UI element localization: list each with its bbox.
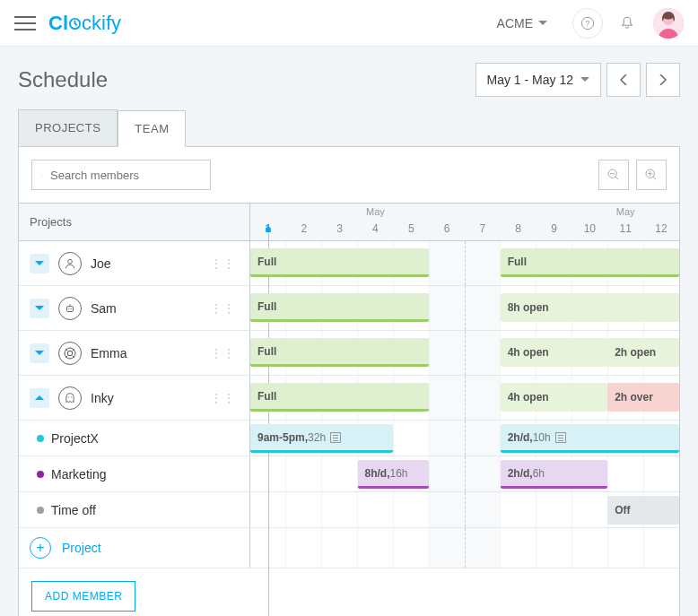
zoom-out-button[interactable] (598, 160, 629, 190)
robot-icon (58, 297, 82, 320)
schedule-block[interactable]: 8h open (501, 293, 679, 322)
schedule-block[interactable]: 4h open (501, 338, 608, 367)
logo: Clckify (48, 12, 121, 35)
workspace-selector[interactable]: ACME (497, 16, 547, 30)
page-title: Schedule (18, 67, 108, 92)
zoom-out-icon (606, 168, 621, 182)
help-button[interactable]: ? (572, 8, 603, 39)
schedule-block[interactable]: 4h open (501, 383, 608, 412)
svg-rect-9 (67, 306, 74, 311)
assignment-block[interactable]: 8h/d, 16h (358, 460, 429, 489)
workspace-name: ACME (497, 16, 533, 30)
day-3: 3 (322, 204, 358, 240)
avatar-icon (653, 8, 684, 39)
search-icon (41, 169, 43, 182)
add-project-link[interactable]: Project (62, 541, 101, 555)
schedule-block[interactable]: 2h open (607, 338, 678, 367)
svg-point-11 (71, 308, 72, 309)
chevron-down-icon (35, 351, 44, 356)
chevron-up-icon (35, 395, 44, 401)
day-11: May11 (607, 204, 643, 240)
expand-button[interactable] (30, 254, 49, 273)
logo-text-1: Cl (48, 12, 68, 34)
day-10: 10 (571, 204, 607, 240)
timeoff-block[interactable]: Off (607, 496, 678, 525)
day-12: 12 (643, 204, 679, 240)
svg-point-10 (68, 308, 69, 309)
prev-button[interactable] (606, 63, 641, 97)
tab-team[interactable]: TEAM (118, 110, 186, 147)
projects-column-header: Projects (19, 204, 250, 240)
next-button[interactable] (646, 63, 680, 97)
zoom-in-button[interactable] (636, 160, 667, 190)
expand-button[interactable] (30, 343, 49, 363)
member-row-emma: Emma ⋮⋮ Full 4h open 2h open (19, 331, 679, 376)
assignment-block[interactable]: 9am-5pm, 32h (250, 424, 393, 453)
add-project-row: + Project (19, 528, 679, 568)
collapse-button[interactable] (30, 388, 49, 408)
day-6: 6 (429, 204, 465, 240)
tab-projects[interactable]: PROJECTS (18, 109, 118, 146)
member-name: Joe (91, 256, 111, 271)
add-project-button[interactable]: + (30, 537, 51, 559)
search-input[interactable] (50, 169, 201, 182)
svg-point-15 (71, 396, 72, 397)
day-2: 2 (286, 204, 322, 240)
assignment-block[interactable]: 2h/d, 6h (501, 460, 608, 489)
schedule-block[interactable]: Full (250, 293, 429, 322)
note-icon (330, 432, 341, 443)
schedule-block[interactable]: 2h over (607, 383, 678, 412)
bell-icon (619, 15, 635, 31)
project-dot (37, 471, 44, 478)
project-dot (37, 507, 44, 514)
day-5: 5 (393, 204, 429, 240)
svg-point-5 (41, 174, 42, 175)
user-avatar[interactable] (653, 8, 684, 39)
svg-point-14 (68, 396, 69, 397)
schedule-block[interactable]: Full (501, 248, 679, 277)
ghost-icon (58, 386, 82, 410)
project-row-projectx: ProjectX 9am-5pm, 32h 2h/d, 10h (19, 421, 679, 456)
project-name: Time off (51, 503, 96, 517)
chevron-left-icon (620, 74, 627, 85)
schedule-block[interactable]: Full (250, 248, 429, 277)
project-name: Marketing (51, 467, 106, 482)
member-row-joe: Joe ⋮⋮ Full Full (19, 241, 679, 286)
schedule-block[interactable]: Full (250, 338, 429, 367)
chevron-down-icon (35, 261, 44, 266)
menu-icon[interactable] (14, 13, 36, 34)
project-name: ProjectX (51, 431, 99, 446)
search-box[interactable] (31, 160, 211, 190)
drag-handle[interactable]: ⋮⋮ (210, 261, 235, 266)
member-name: Emma (91, 346, 127, 360)
member-name: Sam (91, 301, 117, 316)
day-8: 8 (501, 204, 537, 240)
chevron-down-icon (35, 306, 44, 311)
date-range-text: May 1 - May 12 (487, 73, 573, 87)
day-header: 1 2 3 May4 5 6 7 8 9 10 May11 12 (250, 204, 679, 240)
add-member-button[interactable]: ADD MEMBER (31, 581, 135, 612)
chevron-right-icon (659, 74, 667, 85)
drag-handle[interactable]: ⋮⋮ (210, 395, 235, 401)
member-row-sam: Sam ⋮⋮ Full 8h open (19, 286, 679, 331)
drag-handle[interactable]: ⋮⋮ (210, 351, 235, 356)
date-range-picker[interactable]: May 1 - May 12 (476, 63, 601, 97)
day-1: 1 (250, 204, 286, 240)
day-4: May4 (357, 204, 393, 240)
schedule-panel: Projects 1 2 3 May4 5 6 7 8 9 10 May11 1… (18, 146, 680, 616)
drag-handle[interactable]: ⋮⋮ (210, 306, 235, 311)
svg-point-8 (68, 259, 73, 264)
assignment-block[interactable]: 2h/d, 10h (501, 424, 679, 453)
day-9: 9 (537, 204, 572, 240)
member-row-inky: Inky ⋮⋮ Full 4h open 2h over (19, 376, 679, 421)
notifications-button[interactable] (612, 8, 642, 39)
day-7: 7 (465, 204, 501, 240)
schedule-block[interactable]: Full (250, 383, 429, 412)
zoom-in-icon (644, 168, 659, 182)
lifebuoy-icon (58, 342, 82, 365)
logo-text-2: ckify (82, 12, 121, 34)
svg-text:?: ? (586, 19, 590, 28)
svg-point-13 (67, 351, 72, 355)
project-dot (37, 435, 44, 442)
expand-button[interactable] (30, 299, 49, 318)
